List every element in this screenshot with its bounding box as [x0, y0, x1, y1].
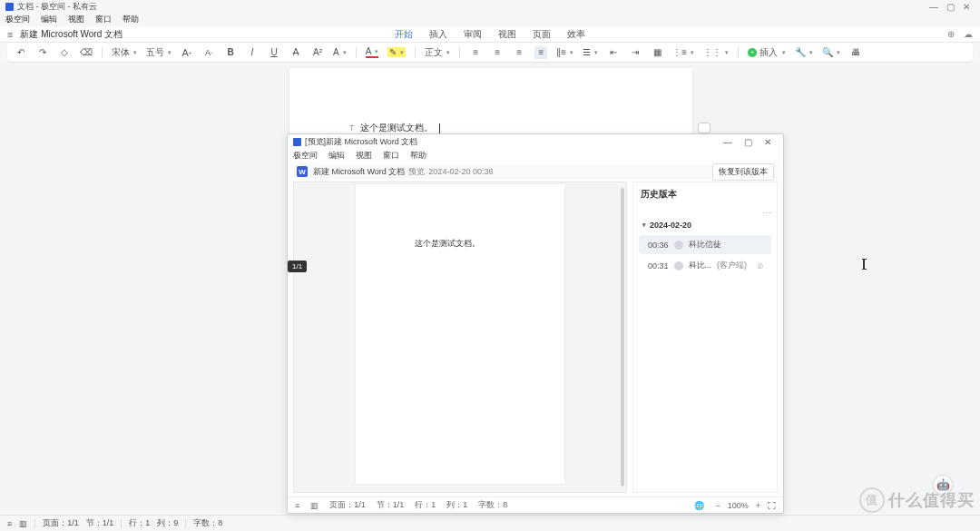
- version-time: 00:31: [648, 261, 669, 270]
- align-left-button[interactable]: ≡: [469, 46, 482, 59]
- pv-menu-edit[interactable]: 编辑: [328, 150, 345, 162]
- preview-doc-row: W 新建 Microsoft Word 文档 预览 2024-02-20 00:…: [293, 164, 778, 179]
- menu-window[interactable]: 窗口: [95, 14, 112, 25]
- history-more-icon[interactable]: ⋯: [762, 208, 771, 218]
- pv-menu-window[interactable]: 窗口: [383, 150, 399, 162]
- menu-jikongjian[interactable]: 极空间: [5, 14, 30, 25]
- preview-page: 这个是测试文档。: [356, 184, 564, 484]
- tab-review[interactable]: 审阅: [464, 28, 482, 41]
- redo-button[interactable]: ↷: [36, 46, 49, 59]
- italic-button[interactable]: I: [246, 46, 259, 59]
- text-icon: T: [349, 123, 355, 133]
- preview-menubar: 极空间 编辑 视图 窗口 帮助: [288, 149, 783, 162]
- status-words: 字数：8: [193, 517, 222, 529]
- hamburger-icon[interactable]: ≡: [7, 29, 13, 40]
- strike-button[interactable]: A: [289, 46, 302, 59]
- clear-format-button[interactable]: ⌫: [80, 46, 93, 59]
- zoom-level: 100%: [728, 501, 749, 510]
- align-right-button[interactable]: ≡: [513, 46, 525, 59]
- preview-maximize-button[interactable]: ▢: [738, 137, 758, 147]
- font-size-select[interactable]: 五号: [146, 46, 172, 59]
- history-version-0[interactable]: 00:36 科比信徒: [639, 235, 771, 254]
- pv-status-section: 节：1/1: [377, 499, 405, 511]
- menu-help[interactable]: 帮助: [122, 14, 139, 25]
- close-button[interactable]: ✕: [958, 2, 975, 12]
- history-version-1[interactable]: 00:31 科比... (客户端) ⎚: [639, 256, 771, 275]
- body-text: 这个是测试文档。: [360, 122, 433, 134]
- line-spacing-button[interactable]: ‖≡: [556, 47, 573, 57]
- print-button[interactable]: 🖶: [849, 46, 862, 59]
- avatar-icon: [674, 241, 683, 250]
- highlight-button[interactable]: ✎: [387, 47, 406, 57]
- tab-insert[interactable]: 插入: [429, 28, 447, 41]
- pv-lang-icon[interactable]: 🌐: [694, 501, 704, 510]
- multilevel-list-button[interactable]: ⋮⋮: [703, 47, 729, 57]
- preview-page-badge: 1/1: [288, 261, 307, 272]
- case-button[interactable]: A: [333, 47, 347, 57]
- search-button[interactable]: 🔍: [822, 47, 840, 57]
- pv-menu-help[interactable]: 帮助: [410, 150, 426, 162]
- pv-layout-list-icon[interactable]: ≡: [295, 501, 299, 510]
- font-family-select[interactable]: 宋体: [112, 46, 137, 59]
- document-title: 新建 Microsoft Word 文档: [20, 28, 122, 41]
- minimize-button[interactable]: —: [926, 2, 942, 12]
- paragraph-style-select[interactable]: 正文: [425, 46, 450, 59]
- format-painter-button[interactable]: ◇: [58, 46, 71, 59]
- tab-page[interactable]: 页面: [533, 28, 551, 41]
- font-grow-button[interactable]: A+: [181, 46, 193, 59]
- pv-layout-page-icon[interactable]: ▥: [310, 501, 318, 510]
- comment-bubble-icon[interactable]: [698, 123, 710, 133]
- history-panel: 历史版本 ⋯ 2024-02-20 00:36 科比信徒 00:31 科比...…: [632, 182, 778, 493]
- pv-status-col: 列：1: [446, 499, 467, 511]
- insert-button[interactable]: +插入: [748, 46, 786, 59]
- preview-meta-label: 预览: [408, 166, 425, 178]
- menu-edit[interactable]: 编辑: [41, 14, 57, 25]
- align-justify-button[interactable]: ≡: [534, 46, 547, 59]
- text-cursor-icon: [863, 259, 865, 270]
- history-date-group[interactable]: 2024-02-20: [637, 217, 773, 233]
- indent-button[interactable]: ⇥: [629, 46, 642, 59]
- doc-header: ≡ 新建 Microsoft Word 文档 开始 插入 审阅 视图 页面 效率…: [0, 26, 980, 43]
- version-time: 00:36: [648, 241, 669, 250]
- pv-menu-jikongjian[interactable]: 极空间: [293, 150, 318, 162]
- menu-view[interactable]: 视图: [68, 14, 84, 25]
- layout-page-icon[interactable]: ▥: [19, 519, 27, 528]
- superscript-button[interactable]: A²: [311, 46, 324, 59]
- font-color-button[interactable]: A: [366, 46, 379, 58]
- zoom-out-button[interactable]: −: [715, 501, 720, 510]
- restore-version-button[interactable]: 恢复到该版本: [712, 163, 774, 181]
- preview-close-button[interactable]: ✕: [758, 137, 778, 147]
- tool-wrench-button[interactable]: 🔧: [795, 47, 813, 57]
- preview-statusbar: ≡ ▥ 页面：1/1 节：1/1 行：1 列：1 字数：8 🌐 − 100% +…: [288, 497, 783, 513]
- align-center-button[interactable]: ≡: [491, 46, 504, 59]
- pv-menu-view[interactable]: 视图: [356, 150, 372, 162]
- preview-app-icon: [293, 138, 301, 146]
- table-button[interactable]: ▦: [651, 46, 663, 59]
- device-icon: ⎚: [758, 261, 762, 270]
- outdent-button[interactable]: ⇤: [607, 46, 620, 59]
- tab-view[interactable]: 视图: [498, 28, 516, 41]
- underline-button[interactable]: U: [268, 46, 280, 59]
- layout-list-icon[interactable]: ≡: [7, 519, 12, 528]
- preview-minimize-button[interactable]: —: [718, 137, 738, 147]
- numbered-list-button[interactable]: ⋮≡: [672, 47, 694, 57]
- app-icon: [5, 3, 14, 11]
- tab-efficiency[interactable]: 效率: [567, 28, 585, 41]
- zoom-in-button[interactable]: +: [756, 501, 760, 510]
- fit-button[interactable]: ⛶: [768, 501, 776, 510]
- version-user: 科比信徒: [689, 239, 721, 251]
- preview-meta-time: 2024-02-20 00:36: [428, 167, 493, 176]
- version-user: 科比...: [689, 260, 712, 271]
- version-client: (客户端): [717, 260, 747, 271]
- cloud-icon[interactable]: ☁: [964, 29, 973, 39]
- comment-icon[interactable]: ⊕: [947, 29, 955, 39]
- preview-title: [预览]新建 Microsoft Word 文档: [305, 136, 417, 148]
- font-shrink-button[interactable]: A-: [202, 46, 215, 59]
- document-body[interactable]: T 这个是测试文档。: [349, 122, 440, 134]
- tab-start[interactable]: 开始: [395, 28, 413, 41]
- list-bullet-button[interactable]: ☰: [583, 47, 598, 57]
- assistant-bubble[interactable]: 🤖: [933, 475, 953, 495]
- maximize-button[interactable]: ▢: [942, 2, 958, 12]
- bold-button[interactable]: B: [224, 46, 237, 59]
- undo-button[interactable]: ↶: [15, 46, 27, 59]
